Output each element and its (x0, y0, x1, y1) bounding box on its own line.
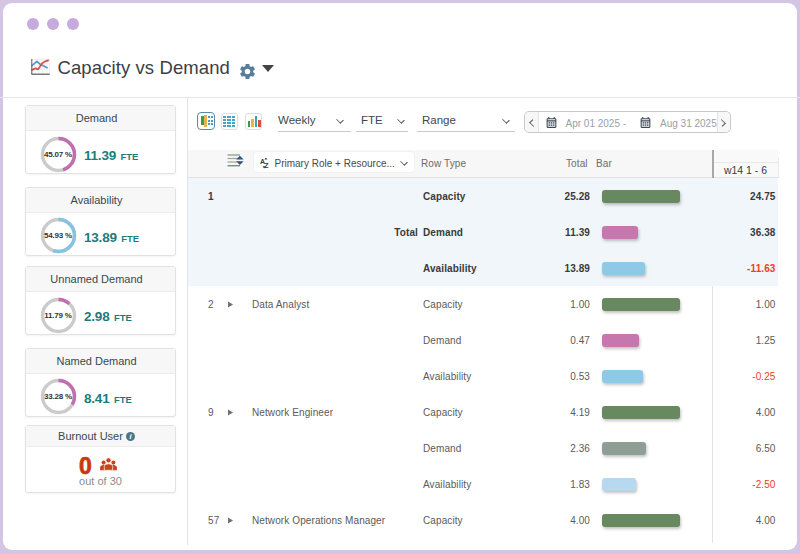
svg-text:Z: Z (264, 162, 269, 169)
